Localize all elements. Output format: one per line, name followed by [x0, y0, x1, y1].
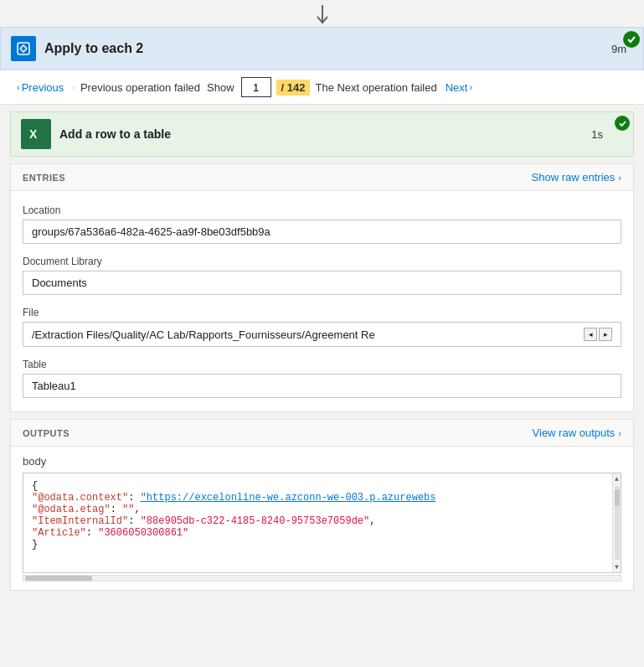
file-field: File /Extraction Files/Quality/AC Lab/Ra… [23, 307, 621, 347]
code-block[interactable]: { "@odata.context": "https://excelonline… [23, 473, 621, 573]
apply-title: Apply to each 2 [44, 41, 611, 56]
next-failed-label: The Next operation failed [315, 81, 436, 94]
entries-body: Location groups/67a536a6-482a-4625-aa9f-… [11, 191, 633, 411]
file-value[interactable]: /Extraction Files/Quality/AC Lab/Rapport… [23, 322, 621, 347]
svg-text:X: X [29, 127, 38, 141]
scroll-track [615, 486, 620, 560]
location-value: groups/67a536a6-482a-4625-aa9f-8be03df5b… [23, 220, 621, 244]
view-raw-outputs-button[interactable]: View raw outputs [533, 427, 621, 439]
outputs-title: OUTPUTS [23, 428, 70, 438]
body-label: body [23, 455, 621, 468]
table-label: Table [23, 359, 621, 370]
excel-icon: X [21, 119, 51, 149]
loop-icon [11, 36, 36, 61]
table-field: Table Tableau1 [23, 359, 621, 398]
scroll-left-arrow[interactable]: ◂ [584, 328, 597, 341]
action-card-header: X Add a row to a table 1s [11, 112, 633, 156]
show-label: Show [207, 81, 234, 94]
next-button[interactable]: Next [442, 80, 476, 96]
navigation-bar: Previous ‹ Previous operation failed Sho… [0, 70, 644, 105]
scroll-down-arrow[interactable]: ▼ [615, 561, 619, 572]
view-raw-chevron [618, 428, 621, 438]
doc-library-value: Documents [23, 271, 621, 295]
show-raw-chevron [618, 173, 621, 183]
action-time: 1s [591, 128, 603, 141]
action-card: X Add a row to a table 1s [10, 111, 634, 157]
entries-header: ENTRIES Show raw entries [11, 164, 633, 191]
horizontal-scrollbar[interactable] [23, 575, 621, 582]
total-pages: / 142 [276, 80, 311, 96]
vertical-scrollbar[interactable]: ▲ ▼ [612, 473, 621, 572]
page-input[interactable]: 1 [241, 77, 271, 97]
show-raw-entries-button[interactable]: Show raw entries [532, 171, 621, 184]
action-success-badge [615, 116, 630, 131]
apply-to-each-header: Apply to each 2 9m [0, 27, 644, 70]
code-block-container: { "@odata.context": "https://excelonline… [23, 473, 621, 582]
table-value: Tableau1 [23, 374, 621, 398]
entries-section: ENTRIES Show raw entries Location groups… [10, 163, 634, 412]
location-field: Location groups/67a536a6-482a-4625-aa9f-… [23, 204, 621, 244]
outputs-section: OUTPUTS View raw outputs body { "@odata.… [10, 419, 634, 591]
previous-failed-label: Previous operation failed [80, 81, 200, 94]
previous-button[interactable]: Previous [13, 80, 67, 96]
file-label: File [23, 307, 621, 318]
document-library-field: Document Library Documents [23, 256, 621, 295]
outputs-body: body { "@odata.context": "https://excelo… [11, 447, 633, 590]
scroll-up-arrow[interactable]: ▲ [615, 473, 619, 484]
top-arrow [0, 0, 644, 27]
scroll-right-arrow[interactable]: ▸ [599, 328, 612, 341]
entries-title: ENTRIES [23, 173, 65, 183]
h-scroll-thumb [25, 576, 92, 581]
doc-library-label: Document Library [23, 256, 621, 267]
action-title: Add a row to a table [59, 127, 583, 141]
main-content: X Add a row to a table 1s ENTRIES Show r… [0, 111, 644, 601]
success-badge [623, 31, 640, 48]
nav-separator-1: ‹ [72, 82, 75, 92]
scroll-thumb [615, 489, 620, 506]
location-label: Location [23, 204, 621, 216]
file-scroll-arrows: ◂ ▸ [584, 328, 612, 341]
outputs-header: OUTPUTS View raw outputs [11, 420, 633, 447]
